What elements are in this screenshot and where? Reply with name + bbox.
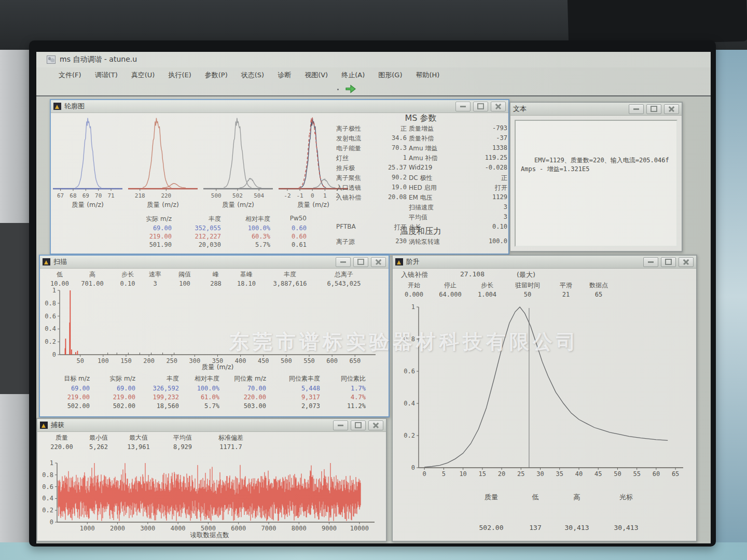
scan-maximize-button[interactable] <box>353 257 368 267</box>
capture-close-button[interactable] <box>368 421 383 430</box>
window-scan: 扫描 低高步长速率阈值峰基峰丰度总离子 10.00701.000.1031002… <box>39 255 390 417</box>
background-left-dark-panel <box>0 223 30 394</box>
svg-text:2000: 2000 <box>110 525 125 532</box>
menu-execute[interactable]: 执行(E) <box>161 67 198 83</box>
menu-file[interactable]: 文件(F) <box>52 67 88 83</box>
profile-plot-219: 218220质量 (m/z) <box>127 113 202 211</box>
svg-text:218: 218 <box>135 192 145 199</box>
svg-text:0.6: 0.6 <box>42 483 53 491</box>
tune-report-message: EMV=1129、质量数=220、输入电流=205.046fAmps - 增益=… <box>521 156 671 174</box>
text-maximize-button[interactable] <box>646 104 661 114</box>
background-dark-device <box>568 0 747 46</box>
menu-diagnostics[interactable]: 诊断 <box>271 67 298 83</box>
svg-text:质量 (m/z): 质量 (m/z) <box>72 201 104 208</box>
window-capture-titlebar[interactable]: 捕获 <box>37 419 386 432</box>
table-cell: 501.90 <box>117 241 172 248</box>
minimize-icon <box>648 261 654 263</box>
window-scan-titlebar[interactable]: 扫描 <box>40 256 389 269</box>
app-icon <box>47 55 56 64</box>
profile-plot-69: 6768697071质量 (m/z) <box>52 113 127 211</box>
svg-text:3000: 3000 <box>140 525 155 532</box>
window-profile-body: 6768697071质量 (m/z) 218220质量 (m/z) 500502… <box>51 113 508 254</box>
scan-params-header: 低高步长速率阈值峰基峰丰度总离子 10.00701.000.1031002881… <box>47 270 371 287</box>
window-ramp-titlebar[interactable]: 阶升 <box>393 256 696 269</box>
window-capture: 捕获 质量最小值最大值平均值标准偏差 220.005,26213,9618,92… <box>36 418 387 542</box>
profile-plots-row: 6768697071质量 (m/z) 218220质量 (m/z) 500502… <box>52 113 353 211</box>
svg-text:质量 (m/z): 质量 (m/z) <box>147 201 179 208</box>
svg-text:0.4: 0.4 <box>42 495 53 502</box>
svg-text:40: 40 <box>575 470 583 478</box>
svg-text:-1: -1 <box>296 192 303 199</box>
profile-minimize-button[interactable] <box>455 102 471 111</box>
app-titlebar[interactable]: ms 自动调谐 - atune.u <box>36 52 711 67</box>
svg-text:67: 67 <box>57 192 64 199</box>
scan-results-table: 目标 m/z实际 m/z丰度相对丰度同位素 m/z同位素丰度同位素比 69.00… <box>56 374 366 410</box>
profile-window-icon <box>53 103 61 110</box>
text-minimize-button[interactable] <box>629 104 644 114</box>
svg-text:30: 30 <box>536 470 544 478</box>
svg-text:68: 68 <box>70 192 76 199</box>
svg-text:质量 (m/z): 质量 (m/z) <box>222 201 254 208</box>
ramp-minimize-button[interactable] <box>643 257 658 267</box>
ramp-maximize-button[interactable] <box>661 257 676 267</box>
svg-text:6000: 6000 <box>231 525 246 532</box>
maximize-icon <box>477 103 484 109</box>
capture-minimize-button[interactable] <box>333 421 348 430</box>
minimize-icon <box>460 106 466 107</box>
window-text: 文本 EMV=1129、质量数=220、输入电流=205.046fAmps - … <box>509 102 683 252</box>
menu-vacuum[interactable]: 真空(U) <box>125 67 162 83</box>
svg-text:70: 70 <box>95 192 102 199</box>
menu-view[interactable]: 视图(V) <box>298 67 335 83</box>
menu-parameters[interactable]: 参数(P) <box>198 67 234 83</box>
menu-abort[interactable]: 终止(A) <box>335 67 371 83</box>
svg-text:650: 650 <box>349 357 361 365</box>
window-text-titlebar[interactable]: 文本 <box>510 103 682 116</box>
menu-tune[interactable]: 调谐(T) <box>88 67 125 83</box>
svg-text:1: 1 <box>323 192 327 199</box>
window-profile-titlebar[interactable]: 轮廓图 <box>51 100 508 113</box>
menu-graphics[interactable]: 图形(G) <box>371 67 409 83</box>
svg-text:25: 25 <box>517 470 524 478</box>
svg-text:15: 15 <box>479 470 486 478</box>
window-profile: 轮廓图 6768697071质量 (m/z) 218220质量 (m/z) 50… <box>50 99 509 255</box>
minimize-icon <box>633 108 639 110</box>
ramp-close-button[interactable] <box>679 257 694 267</box>
svg-text:220: 220 <box>161 192 171 199</box>
scan-minimize-button[interactable] <box>336 257 351 267</box>
app-menubar: 文件(F) 调谐(T) 真空(U) 执行(E) 参数(P) 状态(S) 诊断 视… <box>36 67 711 83</box>
text-close-button[interactable] <box>664 104 679 114</box>
menu-status[interactable]: 状态(S) <box>234 67 271 83</box>
svg-text:100: 100 <box>98 357 109 365</box>
svg-text:0: 0 <box>423 470 426 478</box>
col-pw50: Pw50 <box>270 215 307 223</box>
svg-text:0.6: 0.6 <box>45 313 56 320</box>
window-capture-body: 质量最小值最大值平均值标准偏差 220.005,26213,9618,92911… <box>37 432 386 541</box>
temp-pressure-grid: 离子源230涡轮泵转速100.0 <box>336 237 505 246</box>
svg-text:20: 20 <box>498 470 505 478</box>
window-ramp-title: 阶升 <box>406 257 420 267</box>
svg-text:55: 55 <box>633 470 640 478</box>
svg-text:0: 0 <box>411 464 415 471</box>
svg-text:9000: 9000 <box>322 525 337 532</box>
svg-text:400: 400 <box>235 357 246 365</box>
capture-maximize-button[interactable] <box>351 421 366 430</box>
app-title: ms 自动调谐 - atune.u <box>60 55 137 64</box>
ramp-curve-plot: 10.80.60.40.2005101520253035404550556065 <box>396 301 689 483</box>
profile-peak-table: 实际 m/z 丰度 相对丰度 Pw50 69.00352,055100.0%0.… <box>117 215 307 248</box>
ramp-window-icon <box>395 258 403 265</box>
svg-text:10: 10 <box>459 470 466 478</box>
profile-close-button[interactable] <box>491 102 506 111</box>
ms-params-grid: 离子极性正质量增益-793 发射电流34.6质量补偿-37 电子能量70.3Am… <box>336 124 505 232</box>
scan-close-button[interactable] <box>371 257 386 267</box>
profile-maximize-button[interactable] <box>473 102 488 111</box>
svg-text:4000: 4000 <box>171 525 186 532</box>
svg-text:0.6: 0.6 <box>404 368 415 375</box>
menu-help[interactable]: 帮助(H) <box>409 67 446 83</box>
svg-text:69: 69 <box>82 192 89 199</box>
ramp-footer-values: 502.0013730,41330,413 <box>465 524 652 531</box>
scan-window-icon <box>43 258 50 265</box>
svg-text:0.4: 0.4 <box>45 325 56 332</box>
run-arrow-icon[interactable] <box>344 84 357 94</box>
svg-text:0.2: 0.2 <box>42 507 53 514</box>
background-right-wall <box>715 50 747 543</box>
